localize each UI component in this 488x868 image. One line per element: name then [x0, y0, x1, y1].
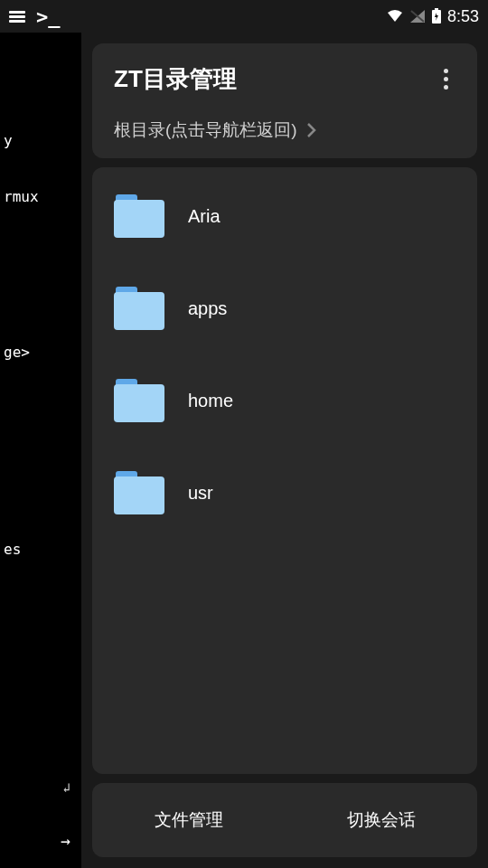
header-top: ZT目录管理 — [114, 61, 455, 97]
folder-item-usr[interactable]: usr — [114, 471, 455, 514]
header-card: ZT目录管理 根目录(点击导航栏返回) — [92, 43, 477, 158]
folder-name: Aria — [188, 206, 221, 227]
folder-name: apps — [188, 298, 227, 319]
breadcrumb[interactable]: 根目录(点击导航栏返回) — [114, 118, 455, 142]
sidebar-terminal[interactable]: y rmux ge> es ↲ → — [0, 33, 81, 868]
page-title: ZT目录管理 — [114, 63, 237, 95]
folder-item-home[interactable]: home — [114, 379, 455, 422]
wifi-icon — [386, 9, 404, 24]
enter-icon[interactable]: ↲ — [63, 780, 70, 795]
content-panel: ZT目录管理 根目录(点击导航栏返回) Aria ap — [81, 33, 488, 868]
svg-rect-2 — [435, 8, 438, 10]
status-left: >_ — [9, 5, 61, 28]
terminal-text: y rmux ge> es — [4, 40, 78, 597]
more-menu-icon[interactable] — [436, 61, 455, 97]
sidebar-bottom-controls: ↲ → — [61, 780, 70, 850]
file-manage-button[interactable]: 文件管理 — [92, 805, 285, 835]
folder-list: Aria apps home usr — [92, 167, 477, 774]
bottom-tabs: 文件管理 切换会话 — [92, 783, 477, 857]
chevron-right-icon — [306, 122, 317, 138]
folder-name: home — [188, 391, 233, 411]
keyboard-icon — [9, 11, 25, 23]
folder-icon — [114, 287, 164, 330]
switch-session-button[interactable]: 切换会话 — [285, 805, 477, 835]
folder-icon — [114, 471, 164, 514]
signal-icon — [409, 9, 426, 24]
folder-item-apps[interactable]: apps — [114, 287, 455, 330]
folder-name: usr — [188, 483, 213, 504]
folder-item-aria[interactable]: Aria — [114, 194, 455, 238]
folder-icon — [114, 379, 164, 422]
battery-icon — [431, 8, 442, 24]
breadcrumb-text: 根目录(点击导航栏返回) — [114, 118, 297, 142]
status-bar: >_ 8:53 — [0, 0, 488, 33]
terminal-icon: >_ — [36, 5, 61, 28]
folder-icon — [114, 194, 164, 238]
status-right: 8:53 — [386, 7, 479, 26]
main-container: y rmux ge> es ↲ → ZT目录管理 根目录(点击导航栏返回) — [0, 33, 488, 868]
status-time: 8:53 — [447, 7, 479, 26]
arrow-right-icon[interactable]: → — [61, 831, 70, 850]
